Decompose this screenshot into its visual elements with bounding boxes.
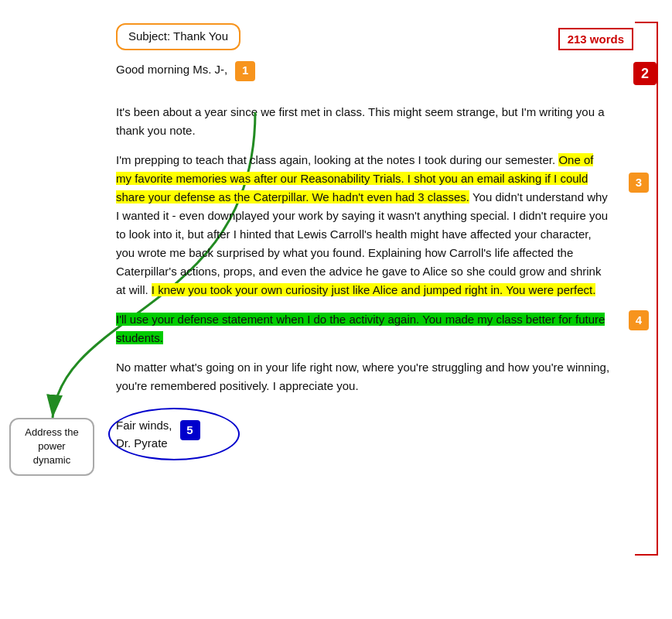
badge-5: 5: [180, 420, 200, 440]
subject-text: Subject: Thank You: [128, 29, 228, 43]
p4-text: No matter what's going on in your life r…: [116, 361, 609, 392]
paragraph-3: I'll use your defense statement when I d…: [116, 310, 610, 347]
badge-2: 2: [633, 62, 657, 85]
signature-line2: Dr. Pyrate: [116, 435, 172, 453]
red-bracket: [635, 22, 658, 556]
paragraph-2: I'm prepping to teach that class again, …: [116, 151, 610, 299]
greeting-area: Good morning Ms. J-, 1: [116, 61, 227, 90]
badge-3: 3: [629, 173, 649, 193]
p2-text-1: I'm prepping to teach that class again, …: [116, 153, 558, 166]
badge-4: 4: [629, 310, 649, 330]
signature-line1: Fair winds,: [116, 417, 172, 435]
p1-text: It's been about a year since we first me…: [116, 105, 605, 137]
paragraph-4: No matter what's going on in your life r…: [116, 358, 610, 395]
p2-text-2: You didn't understand why I wanted it - …: [116, 190, 608, 296]
header-area: Subject: Thank You: [116, 23, 610, 58]
main-content: Subject: Thank You Good morning Ms. J-, …: [116, 23, 610, 452]
subject-box: Subject: Thank You: [116, 23, 240, 50]
p3-highlight: I'll use your defense statement when I d…: [116, 313, 605, 344]
badge-1: 1: [235, 61, 255, 81]
paragraph-1: It's been about a year since we first me…: [116, 103, 610, 140]
callout-box: Address the power dynamic: [9, 418, 94, 476]
signature-area: Fair winds, Dr. Pyrate 5: [116, 412, 172, 452]
greeting: Good morning Ms. J-,: [116, 61, 227, 79]
p2-highlight-2: I knew you took your own curiosity just …: [152, 283, 595, 296]
